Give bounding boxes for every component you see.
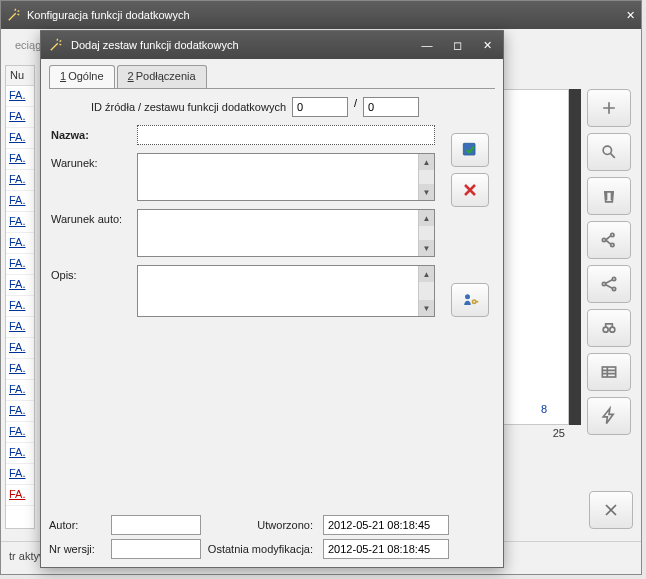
parent-window-title: Konfiguracja funkcji dodatkowych [27,9,190,21]
condition-label: Warunek: [51,153,137,169]
textarea-scrollbar[interactable]: ▲▼ [418,266,434,316]
grid-cell[interactable]: FA. [6,443,34,464]
add-button[interactable] [587,89,631,127]
floppy-check-icon [460,140,480,160]
grid-cell[interactable]: FA. [6,233,34,254]
grid-cell[interactable]: FA. [6,149,34,170]
left-grid[interactable]: Nu FA.FA.FA.FA.FA.FA.FA.FA.FA.FA.FA.FA.F… [5,65,35,529]
description-textarea[interactable]: ▲▼ [137,265,435,317]
wand-icon [49,38,63,52]
textarea-scrollbar[interactable]: ▲▼ [418,154,434,200]
grid-cell[interactable]: FA. [6,359,34,380]
binoculars-icon [599,318,619,338]
dialog-body: 1Ogólne 2Podłączenia ID źródła / zestawu… [41,59,503,567]
table-icon [599,362,619,382]
nodes-icon [599,230,619,250]
plus-icon [599,98,619,118]
trash-icon [599,186,619,206]
set-id-input[interactable] [363,97,419,117]
grid-cell[interactable]: FA. [6,212,34,233]
grid-cell[interactable]: FA. [6,191,34,212]
version-input[interactable] [111,539,201,559]
list-panel[interactable] [503,89,569,425]
svg-rect-9 [602,367,615,377]
tab-general[interactable]: 1Ogólne [49,65,115,88]
cancel-button[interactable] [451,173,489,207]
description-row: Opis: ▲▼ [51,265,493,317]
svg-point-11 [465,294,470,299]
dialog-window: Dodaj zestaw funkcji dodatkowych — ◻ ✕ 1… [40,30,504,568]
source-id-input[interactable] [292,97,348,117]
name-label: Nazwa: [51,125,137,141]
svg-point-5 [612,277,615,280]
grid-header[interactable]: Nu [6,66,34,86]
grid-cell[interactable]: FA. [6,170,34,191]
modified-label: Ostatnia modyfikacja: [207,543,317,555]
svg-point-12 [473,300,476,303]
created-label: Utworzono: [207,519,317,531]
grid-cell[interactable]: FA. [6,86,34,107]
grid-cell[interactable]: FA. [6,128,34,149]
grid-cell[interactable]: FA. [6,254,34,275]
grid-cell[interactable]: FA. [6,380,34,401]
author-input[interactable] [111,515,201,535]
condition-row: Warunek: ▲▼ [51,153,493,201]
right-toolbar [587,89,633,435]
user-key-button[interactable] [451,283,489,317]
delete-button[interactable] [587,177,631,215]
grid-cell[interactable]: FA. [6,401,34,422]
grid-cell[interactable]: FA. [6,296,34,317]
id-row: ID źródła / zestawu funkcji dodatkowych … [51,97,493,117]
grid-cell[interactable]: FA. [6,485,34,506]
dialog-titlebar[interactable]: Dodaj zestaw funkcji dodatkowych — ◻ ✕ [41,31,503,59]
action-button[interactable] [587,397,631,435]
parent-close-icon[interactable]: ✕ [626,9,635,22]
author-label: Autor: [49,519,105,531]
svg-point-1 [602,238,605,241]
grid-cell[interactable]: FA. [6,422,34,443]
grid-cell[interactable]: FA. [6,275,34,296]
wand-icon [7,8,21,22]
slash: / [348,97,363,109]
version-label: Nr wersji: [49,543,105,555]
name-input[interactable] [137,125,435,145]
find-button[interactable] [587,309,631,347]
created-input[interactable] [323,515,449,535]
modified-input[interactable] [323,539,449,559]
auto-condition-row: Warunek auto: ▲▼ [51,209,493,257]
magnifier-icon [599,142,619,162]
auto-condition-textarea[interactable]: ▲▼ [137,209,435,257]
close-big-button[interactable] [589,491,633,529]
list-count: 25 [503,427,569,439]
svg-point-0 [603,146,611,154]
grid-cell[interactable]: FA. [6,338,34,359]
grid-cell[interactable]: FA. [6,317,34,338]
grid-cell[interactable]: FA. [6,464,34,485]
svg-point-2 [611,233,614,236]
dialog-side-buttons [451,133,491,317]
search-button[interactable] [587,133,631,171]
textarea-scrollbar[interactable]: ▲▼ [418,210,434,256]
table-button[interactable] [587,353,631,391]
lightning-icon [599,406,619,426]
maximize-button[interactable]: ◻ [449,38,465,52]
stray-number: 8 [541,403,547,415]
parent-window-titlebar[interactable]: Konfiguracja funkcji dodatkowych ✕ [1,1,641,29]
dialog-footer: Autor: Utworzono: Nr wersji: Ostatnia mo… [49,509,495,563]
grid-cell[interactable]: FA. [6,107,34,128]
save-button[interactable] [451,133,489,167]
share-button[interactable] [587,265,631,303]
description-label: Opis: [51,265,137,281]
x-icon [601,500,621,520]
form-area: ID źródła / zestawu funkcji dodatkowych … [49,89,495,509]
tab-connections[interactable]: 2Podłączenia [117,65,207,88]
minimize-button[interactable]: — [419,38,435,52]
svg-point-6 [612,287,615,290]
svg-point-4 [602,282,605,285]
condition-textarea[interactable]: ▲▼ [137,153,435,201]
list-scrollbar[interactable] [569,89,581,425]
relations-button[interactable] [587,221,631,259]
share-icon [599,274,619,294]
name-row: Nazwa: [51,125,493,145]
close-button[interactable]: ✕ [479,38,495,52]
